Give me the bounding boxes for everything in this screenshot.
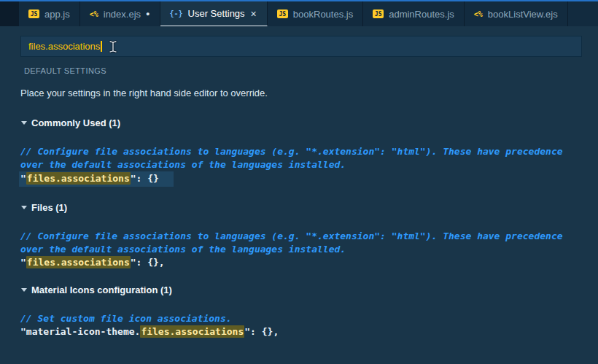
modified-dot-icon[interactable]: ●	[146, 10, 150, 18]
tab-label: app.js	[44, 9, 70, 20]
fold-arrow-icon[interactable]	[21, 206, 27, 209]
fold-arrow-icon[interactable]	[21, 121, 27, 125]
code-line[interactable]: "material-icon-theme.files.associations"…	[20, 325, 598, 338]
tab-admin-routes-js[interactable]: JS adminRoutes.js	[363, 1, 465, 26]
section-title: Files (1)	[31, 202, 67, 213]
section-header[interactable]: Material Icons configuration (1)	[20, 284, 598, 295]
search-match-highlight: files.associations	[140, 325, 244, 338]
section-title: Material Icons configuration (1)	[31, 284, 172, 295]
tab-label: bookRoutes.js	[293, 9, 353, 20]
section-header[interactable]: Commonly Used (1)	[20, 117, 598, 128]
tab-label: adminRoutes.js	[389, 9, 454, 20]
ibeam-cursor-icon	[109, 40, 117, 53]
default-settings-editor: files.associations DEFAULT SETTINGS Plac…	[0, 26, 598, 364]
tab-label: bookListView.ejs	[488, 9, 558, 20]
tab-label: index.ejs	[104, 9, 141, 20]
ejs-file-icon: <%	[90, 10, 98, 18]
settings-json-icon: {-}	[170, 9, 183, 18]
section-material-icons: Material Icons configuration (1) // Set …	[20, 284, 598, 338]
section-title: Commonly Used (1)	[31, 117, 120, 128]
settings-hint-text: Place your settings in the right hand si…	[20, 88, 598, 98]
default-settings-label: DEFAULT SETTINGS	[24, 66, 598, 75]
code-pre: "	[20, 257, 26, 268]
code-comment: // Set custom file icon associations.	[20, 312, 580, 325]
search-match-highlight: files.associations	[26, 172, 131, 185]
section-files: Files (1) // Configure file associations…	[20, 202, 598, 269]
tab-bar-left-spacer	[0, 1, 19, 26]
section-commonly-used: Commonly Used (1) // Configure file asso…	[20, 117, 598, 187]
tab-index-ejs[interactable]: <% index.ejs ●	[80, 1, 160, 26]
javascript-file-icon: JS	[277, 9, 288, 18]
tab-book-routes-js[interactable]: JS bookRoutes.js	[268, 1, 363, 26]
code-pre: "	[20, 173, 26, 184]
code-line[interactable]: "files.associations": {},	[20, 256, 598, 269]
editor-tab-bar: JS app.js <% index.ejs ● {-} User Settin…	[0, 1, 598, 26]
section-header[interactable]: Files (1)	[20, 202, 598, 213]
search-query-text: files.associations	[28, 41, 100, 52]
search-match-highlight: files.associations	[26, 256, 131, 268]
code-comment: // Configure file associations to langua…	[20, 145, 580, 171]
code-post: ": {},	[244, 326, 279, 337]
ejs-file-icon: <%	[474, 10, 483, 18]
settings-search-box[interactable]: files.associations	[20, 36, 582, 57]
code-comment: // Configure file associations to langua…	[20, 230, 580, 256]
tab-label: User Settings	[188, 8, 245, 19]
javascript-file-icon: JS	[373, 9, 384, 18]
javascript-file-icon: JS	[28, 9, 39, 18]
tab-app-js[interactable]: JS app.js	[19, 1, 80, 26]
close-tab-icon[interactable]: ×	[250, 9, 257, 19]
code-post: ": {},	[131, 257, 165, 268]
text-caret	[101, 41, 102, 52]
code-pre: "material-icon-theme.	[20, 326, 140, 337]
fold-arrow-icon[interactable]	[21, 288, 27, 292]
selected-line-highlight: "files.associations": {}	[19, 171, 174, 187]
code-post: ": {}	[131, 173, 159, 184]
vscode-window: JS app.js <% index.ejs ● {-} User Settin…	[0, 0, 598, 364]
tab-book-list-view-ejs[interactable]: <% bookListView.ejs	[465, 1, 568, 26]
code-line[interactable]: "files.associations": {}	[20, 171, 598, 187]
tab-user-settings[interactable]: {-} User Settings ×	[160, 1, 268, 26]
settings-sections: Commonly Used (1) // Configure file asso…	[20, 117, 598, 338]
